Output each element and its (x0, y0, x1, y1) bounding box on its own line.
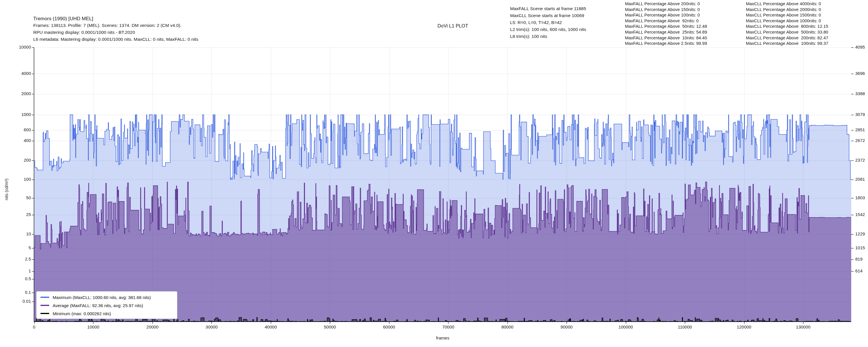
maxfall-stats-block: MaxFALL Percentage Above 200nits: 0 MaxF… (625, 1, 707, 46)
y-tick-label-left: 10000 (0, 44, 31, 50)
y-tick-label-right: 614 (855, 269, 863, 273)
y-tick-label-left: 4000 (0, 71, 31, 76)
legend-item-maximum: Maximum (MaxCLL: 1000.60 nits, avg: 381.… (40, 294, 151, 300)
maxfall-stat-line: MaxFALL Percentage Above 2.5nits: 99.99 (625, 40, 707, 46)
x-tick-label: 50000 (312, 324, 347, 329)
maximum-line-swatch-icon (40, 297, 49, 298)
maxcll-stat-line: MaxCLL Percentage Above 200nits: 82.47 (746, 35, 828, 41)
y-tick-label-left: 400 (0, 138, 31, 143)
maxcll-stats-block: MaxCLL Percentage Above 4000nits: 0 MaxC… (746, 1, 828, 46)
header-left-block: Tremors (1990) [UHD MEL] Frames: 138113.… (33, 15, 198, 43)
header-line-l6: L6 metadata: Mastering display: 0.0001/1… (33, 36, 198, 43)
y-tick-label-left: 1 (0, 269, 31, 273)
legend-label-average: Average (MaxFALL: 92.36 nits, avg: 25.97… (53, 303, 143, 308)
x-tick-label: 100000 (609, 324, 643, 329)
y-tick-label-right: 819 (855, 256, 863, 261)
y-tick-label-left: 2.5 (0, 256, 31, 261)
y-tick-label-left: 100 (0, 177, 31, 182)
maxcll-stat-line: MaxCLL Percentage Above 800nits: 12.15 (746, 24, 828, 29)
info-maxfall-scene: MaxFALL Scene starts at frame 11885 (510, 5, 586, 12)
movie-title: Tremors (1990) [UHD MEL] (33, 15, 198, 22)
minimum-line-swatch-icon (40, 313, 49, 314)
y-tick-label-right: 3388 (855, 91, 865, 96)
y-tick-label-right: 1542 (855, 212, 865, 217)
maxfall-stat-line: MaxFALL Percentage Above 50nits: 12.48 (625, 24, 707, 29)
x-tick-label: 90000 (549, 324, 584, 329)
x-tick-label: 30000 (194, 324, 229, 329)
dovi-l1-plot-page: Tremors (1990) [UHD MEL] Frames: 138113.… (0, 0, 868, 347)
y-tick-label-left: 5 (0, 245, 31, 250)
legend-box: Maximum (MaxCLL: 1000.60 nits, avg: 381.… (36, 291, 177, 319)
legend-item-minimum: Minimum (max: 0.000262 nits) (40, 311, 111, 316)
header-line-frames: Frames: 138113. Profile: 7 (MEL). Scenes… (33, 22, 198, 29)
y-tick-label-right: 2372 (855, 158, 865, 162)
info-l8-trims: L8 trim(s): 100 nits (510, 33, 586, 40)
maxcll-stat-line: MaxCLL Percentage Above 1000nits: 0 (746, 18, 828, 24)
info-maxcll-scene: MaxCLL Scene starts at frame 10069 (510, 12, 586, 19)
x-tick-label: 0 (17, 324, 52, 329)
header-line-rpu: RPU mastering display: 0.0001/1000 nits … (33, 29, 198, 36)
x-tick-label: 130000 (786, 324, 820, 329)
maxfall-stat-line: MaxFALL Percentage Above 10nits: 84.40 (625, 35, 707, 41)
y-tick-label-right: 1229 (855, 231, 865, 236)
maxfall-stat-line: MaxFALL Percentage Above 200nits: 0 (625, 1, 707, 7)
legend-label-maximum: Maximum (MaxCLL: 1000.60 nits, avg: 381.… (53, 295, 151, 300)
y-tick-label-right: 1803 (855, 195, 865, 200)
maxcll-stat-line: MaxCLL Percentage Above 2000nits: 0 (746, 7, 828, 12)
y-tick-label-left: 50 (0, 195, 31, 200)
x-tick-label: 120000 (727, 324, 762, 329)
y-tick-label-right: 4095 (855, 44, 865, 50)
legend-item-average: Average (MaxFALL: 92.36 nits, avg: 25.97… (40, 303, 143, 308)
x-tick-label: 40000 (253, 324, 288, 329)
y-tick-label-left: 0.01 (0, 299, 31, 304)
y-tick-label-right: 2081 (855, 177, 865, 182)
info-l5: L5: R=0, L=0, T=42, B=42 (510, 19, 586, 26)
x-tick-label: 110000 (668, 324, 702, 329)
maxfall-stat-line: MaxFALL Percentage Above 100nits: 0 (625, 12, 707, 18)
maxcll-stat-line: MaxCLL Percentage Above 100nits: 99.37 (746, 40, 828, 46)
x-axis-title: frames (436, 336, 450, 340)
maxcll-stat-line: MaxCLL Percentage Above 500nits: 33.80 (746, 29, 828, 35)
maxcll-stat-line: MaxCLL Percentage Above 4000nits: 0 (746, 1, 828, 7)
y-tick-label-right: 2851 (855, 127, 865, 132)
y-tick-label-left: 1000 (0, 112, 31, 117)
plot-title: DoVi L1 PLOT (437, 23, 468, 29)
y-tick-label-left: 600 (0, 127, 31, 132)
y-tick-label-right: 1015 (855, 245, 865, 250)
y-tick-label-left: 10 (0, 231, 31, 236)
x-tick-label: 20000 (135, 324, 170, 329)
legend-label-minimum: Minimum (max: 0.000262 nits) (53, 311, 111, 316)
info-l2-trims: L2 trim(s): 100 nits, 600 nits, 1000 nit… (510, 26, 586, 33)
y-tick-label-left: 0.5 (0, 276, 31, 281)
maxfall-stat-line: MaxFALL Percentage Above 25nits: 54.89 (625, 29, 707, 35)
x-tick-label: 60000 (372, 324, 406, 329)
y-tick-label-left: 2000 (0, 91, 31, 96)
y-tick-label-right: 3079 (855, 112, 865, 117)
maxfall-stat-line: MaxFALL Percentage Above 150nits: 0 (625, 7, 707, 12)
maxcll-stat-line: MaxCLL Percentage Above 1500nits: 0 (746, 12, 828, 18)
y-tick-label-right: 2672 (855, 138, 865, 143)
x-tick-label: 80000 (490, 324, 525, 329)
x-tick-label: 70000 (431, 324, 466, 329)
scene-info-block: MaxFALL Scene starts at frame 11885 MaxC… (510, 5, 586, 40)
y-tick-label-left: 200 (0, 158, 31, 162)
y-tick-label-left: 0.1 (0, 290, 31, 295)
maxfall-stat-line: MaxFALL Percentage Above 92nits: 0 (625, 18, 707, 24)
x-tick-label: 10000 (76, 324, 111, 329)
y-tick-label-left: 25 (0, 212, 31, 217)
average-line-swatch-icon (40, 305, 49, 306)
y-tick-label-right: 3696 (855, 71, 865, 76)
